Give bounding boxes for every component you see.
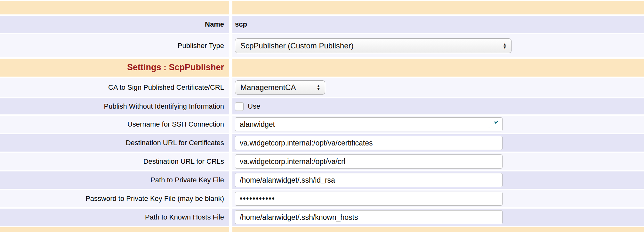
row-ssh-username: Username for SSH Connection: [0, 116, 644, 133]
header-band-bottom-right: [232, 227, 644, 232]
row-publish-without-info: Publish Without Identifying Information …: [0, 98, 644, 114]
ca-selected-value: ManagementCA: [240, 83, 296, 92]
header-band-bottom: [0, 227, 644, 232]
private-key-password-label: Password to Private Key File (may be bla…: [85, 195, 224, 203]
private-key-path-label: Path to Private Key File: [150, 176, 224, 184]
settings-header-title: Settings : ScpPublisher: [127, 63, 224, 72]
header-band-bottom-left: [0, 227, 229, 232]
known-hosts-path-label: Path to Known Hosts File: [145, 213, 224, 221]
row-known-hosts-path: Path to Known Hosts File: [0, 209, 644, 226]
publish-without-info-label: Publish Without Identifying Information: [104, 102, 224, 111]
chevron-up-down-icon: ▲▼: [317, 84, 320, 91]
row-crl-destination: Destination URL for CRLs: [0, 153, 644, 170]
ca-label: CA to Sign Published Certificate/CRL: [108, 83, 224, 92]
name-label: Name: [205, 20, 224, 29]
row-cert-destination: Destination URL for Certificates: [0, 134, 644, 152]
header-band-top: [0, 1, 644, 14]
crl-destination-label: Destination URL for CRLs: [143, 157, 224, 166]
private-key-password-input[interactable]: [235, 192, 503, 206]
row-private-key-password: Password to Private Key File (may be bla…: [0, 190, 644, 207]
dashlane-icon[interactable]: [488, 120, 499, 128]
publisher-type-select[interactable]: ScpPublisher (Custom Publisher) ▲▼: [235, 38, 511, 53]
known-hosts-path-input[interactable]: [235, 210, 503, 224]
private-key-path-input[interactable]: [235, 173, 503, 187]
name-value: scp: [235, 20, 247, 29]
cert-destination-label: Destination URL for Certificates: [126, 139, 224, 147]
ca-select[interactable]: ManagementCA ▲▼: [235, 80, 325, 95]
publisher-type-label: Publisher Type: [178, 42, 224, 50]
header-band-top-right: [232, 1, 644, 14]
settings-header-band: Settings : ScpPublisher: [0, 59, 644, 77]
publisher-edit-form: Name scp Publisher Type ScpPublisher (Cu…: [0, 0, 644, 232]
row-ca: CA to Sign Published Certificate/CRL Man…: [0, 78, 644, 97]
row-private-key-path: Path to Private Key File: [0, 171, 644, 189]
ssh-username-label: Username for SSH Connection: [127, 120, 224, 128]
cert-destination-input[interactable]: [235, 136, 503, 150]
use-checkbox-label: Use: [248, 102, 260, 111]
ssh-username-input[interactable]: [235, 117, 503, 131]
use-checkbox[interactable]: [235, 102, 244, 111]
crl-destination-input[interactable]: [235, 154, 503, 169]
row-name: Name scp: [0, 16, 644, 33]
header-band-top-left: [0, 1, 229, 14]
chevron-up-down-icon: ▲▼: [503, 43, 507, 49]
row-publisher-type: Publisher Type ScpPublisher (Custom Publ…: [0, 34, 644, 57]
publisher-type-selected-value: ScpPublisher (Custom Publisher): [240, 41, 353, 50]
